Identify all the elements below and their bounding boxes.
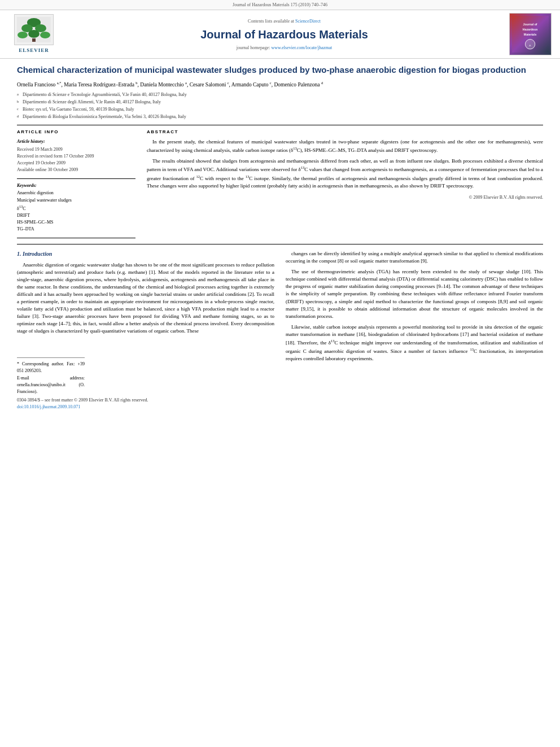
article-title: Chemical characterization of municipal w…: [17, 64, 543, 76]
abstract-para-2: The results obtained showed that sludges…: [147, 158, 543, 189]
authors-line: Ornella Francioso a,*, Maria Teresa Rodr…: [17, 80, 543, 89]
footnote-star-line: * Corresponding author. Fax: +39 051 209…: [17, 361, 85, 374]
svg-point-4: [18, 32, 28, 38]
divider-info: [17, 178, 135, 179]
section1-heading: 1. Introduction: [17, 250, 274, 259]
history-label: Article history:: [17, 138, 135, 145]
divider-body: [17, 244, 543, 244]
elsevier-brand-text: ELSEVIER: [19, 47, 49, 54]
svg-text:⚠: ⚠: [529, 44, 531, 47]
page: Journal of Hazardous Materials 175 (2010…: [0, 0, 560, 747]
body-content: 1. Introduction Anaerobic digestion of o…: [17, 250, 543, 410]
journal-cover: Journal of Hazardous Materials ⚠: [509, 13, 552, 55]
divider-1: [17, 125, 543, 125]
copyright-line: © 2009 Elsevier B.V. All rights reserved…: [147, 194, 543, 200]
journal-issue-bar: Journal of Hazardous Materials 175 (2010…: [0, 0, 560, 10]
keyword-4: DRIFT: [17, 212, 135, 219]
elsevier-tree-icon: [17, 17, 51, 42]
body-para-right-2: The use of thermogravimetric analysis (T…: [286, 268, 543, 320]
svg-text:Materials: Materials: [524, 33, 537, 36]
doi-section: 0304-3894/$ – see front matter © 2009 El…: [17, 397, 274, 410]
body-para-right-1: changes can be directly identified by us…: [286, 250, 543, 265]
journal-issue-text: Journal of Hazardous Materials 175 (2010…: [233, 2, 327, 7]
svg-text:Hazardous: Hazardous: [523, 28, 538, 31]
article-info-col: ARTICLE INFO Article history: Received 1…: [17, 129, 135, 241]
main-content: Chemical characterization of municipal w…: [0, 59, 560, 418]
abstract-col: ABSTRACT In the present study, the chemi…: [147, 129, 543, 241]
keyword-6: TG–DTA: [17, 226, 135, 232]
homepage-line: journal homepage: www.elsevier.com/locat…: [59, 45, 509, 51]
doi-line: doi:10.1016/j.jhazmat.2009.10.071: [17, 404, 274, 410]
abstract-label: ABSTRACT: [147, 129, 543, 135]
svg-point-6: [40, 32, 50, 38]
keyword-1: Anaerobic digestion: [17, 190, 135, 196]
contents-text: Contents lists available at ScienceDirec…: [59, 18, 509, 24]
footnote-section: * Corresponding author. Fax: +39 051 209…: [17, 357, 85, 395]
footnote-email-line: E-mail address: ornella.francioso@unibo.…: [17, 375, 85, 395]
keywords-label: Keywords:: [17, 182, 135, 189]
body-para-1: Anaerobic digestion of organic wastewate…: [17, 261, 274, 335]
abstract-para-1: In the present study, the chemical featu…: [147, 138, 543, 154]
affiliations: aDipartimento di Scienze e Tecnologie Ag…: [17, 91, 543, 120]
svg-text:Journal of: Journal of: [523, 23, 537, 27]
svg-point-5: [28, 30, 40, 38]
journal-title: Journal of Hazardous Materials: [59, 27, 509, 42]
sciencedirect-link[interactable]: ScienceDirect: [295, 19, 321, 24]
online-date: Available online 30 October 2009: [17, 167, 135, 173]
homepage-link[interactable]: www.elsevier.com/locate/jhazmat: [271, 45, 332, 50]
body-columns: 1. Introduction Anaerobic digestion of o…: [17, 250, 543, 410]
keyword-5: HS-SPME–GC–MS: [17, 219, 135, 225]
keyword-3: δ13C: [17, 204, 135, 212]
svg-rect-7: [32, 38, 36, 42]
footnote-area: * Corresponding author. Fax: +39 051 209…: [17, 357, 274, 410]
journal-center: Contents lists available at ScienceDirec…: [59, 18, 509, 51]
info-abstract-section: ARTICLE INFO Article history: Received 1…: [17, 129, 543, 241]
elsevier-logo-image: [14, 14, 54, 45]
article-info-label: ARTICLE INFO: [17, 129, 135, 135]
revised-date: Received in revised form 17 October 2009: [17, 153, 135, 159]
body-col-left: 1. Introduction Anaerobic digestion of o…: [17, 250, 274, 410]
keywords-block: Keywords: Anaerobic digestion Municipal …: [17, 182, 135, 232]
divider-keywords: [17, 238, 135, 238]
accepted-date: Accepted 19 October 2009: [17, 160, 135, 166]
received-date: Received 19 March 2009: [17, 146, 135, 152]
journal-header: ELSEVIER Contents lists available at Sci…: [0, 10, 560, 59]
body-col-right: changes can be directly identified by us…: [286, 250, 543, 410]
elsevier-logo: ELSEVIER: [8, 14, 59, 54]
body-para-right-3: Likewise, stable carbon isotope analysis…: [286, 324, 543, 362]
article-history: Article history: Received 19 March 2009 …: [17, 138, 135, 173]
abstract-text: In the present study, the chemical featu…: [147, 138, 543, 189]
bottom-copyright: 0304-3894/$ – see front matter © 2009 El…: [17, 397, 274, 404]
keyword-2: Municipal wastewater sludges: [17, 197, 135, 203]
cover-image: Journal of Hazardous Materials ⚠: [512, 13, 549, 55]
